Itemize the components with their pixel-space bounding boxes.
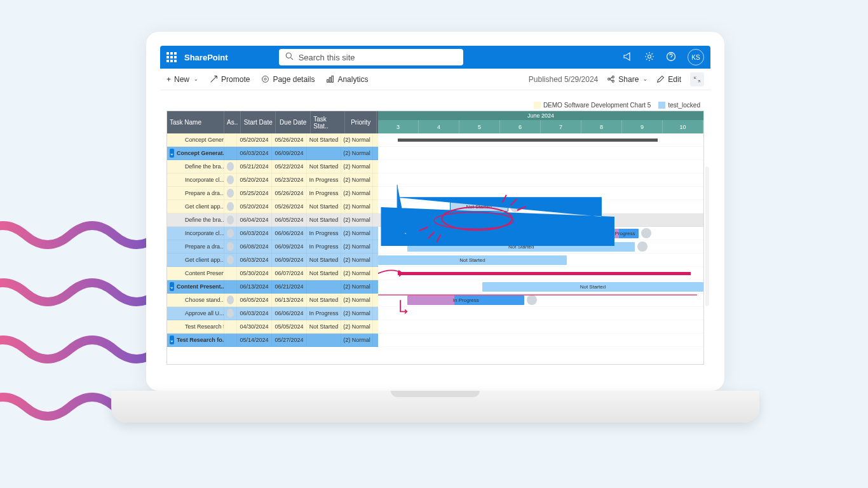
assignee-avatar — [227, 202, 234, 211]
cell-start: 06/05/2024 — [237, 294, 272, 306]
col-header-start[interactable]: Start Date — [241, 111, 276, 133]
timeline-row[interactable] — [378, 267, 703, 280]
table-row[interactable]: Test Research for...04/30/202405/05/2024… — [167, 320, 378, 334]
gantt-bar[interactable]: Not Started — [378, 255, 567, 265]
timeline-row[interactable] — [378, 334, 703, 347]
cell-start: 05/20/2024 — [237, 200, 272, 213]
timeline-row[interactable] — [378, 320, 703, 334]
edit-button[interactable]: Edit — [656, 75, 681, 84]
gantt-bar[interactable] — [407, 215, 524, 225]
col-header-due[interactable]: Due Date — [276, 111, 311, 133]
share-icon — [607, 75, 615, 83]
summary-bar[interactable] — [398, 139, 658, 142]
table-row[interactable]: Define the bra...06/04/202406/05/2024Not… — [167, 214, 378, 227]
collapse-button[interactable] — [690, 72, 704, 86]
expand-icon[interactable]: ⌄ — [170, 282, 174, 291]
help-icon[interactable] — [666, 51, 676, 64]
analytics-button[interactable]: Analytics — [326, 75, 368, 84]
cell-status: Not Started — [307, 214, 341, 226]
table-row[interactable]: Get client app...05/20/202405/26/2024Not… — [167, 200, 378, 214]
cell-start: 06/13/2024 — [237, 280, 272, 293]
svg-point-4 — [264, 78, 266, 80]
table-row[interactable]: ⌄Test Research fo...05/14/202405/27/2024… — [167, 334, 378, 347]
cell-start: 06/03/2024 — [237, 147, 272, 159]
app-launcher-icon[interactable] — [166, 52, 177, 62]
timeline-row[interactable]: Not Started — [378, 254, 703, 267]
svg-rect-8 — [332, 76, 333, 83]
timeline-row[interactable] — [378, 160, 703, 173]
timeline-row[interactable] — [378, 173, 703, 187]
cell-status: Not Started — [307, 294, 341, 306]
published-label: Published 5/29/2024 — [529, 75, 598, 84]
table-row[interactable]: Incorporate cl...05/20/202405/23/2024In … — [167, 173, 378, 187]
gantt-bar[interactable]: In Progress — [407, 295, 524, 305]
search-input[interactable]: Search this site — [279, 49, 463, 65]
table-row[interactable]: ⌄Concept Generat...06/03/202406/09/2024(… — [167, 147, 378, 160]
timeline-row[interactable]: In Progress — [378, 227, 703, 240]
gantt-timeline[interactable]: June 2024 345678910 — [378, 111, 703, 364]
expand-icon[interactable]: ⌄ — [170, 149, 174, 158]
timeline-row[interactable] — [378, 214, 703, 227]
gantt-bar[interactable]: In Progress — [606, 229, 638, 238]
scrollbar[interactable] — [705, 166, 709, 306]
timeline-row[interactable]: Not Started — [378, 240, 703, 254]
cell-priority: (2) Normal — [341, 254, 373, 266]
cell-name: Content Presenta... — [167, 267, 224, 280]
table-row[interactable]: Choose stand...06/05/202406/13/2024Not S… — [167, 294, 378, 307]
bar-label: Not Started — [580, 284, 606, 290]
table-row[interactable]: Concept Generati...05/20/202405/26/2024N… — [167, 133, 378, 147]
cell-name: ⌄Content Present... — [167, 280, 224, 293]
table-row[interactable]: Prepare a dra...06/08/202406/09/2024In P… — [167, 240, 378, 254]
gantt-bar[interactable]: Not Started — [450, 202, 508, 212]
table-row[interactable]: Incorporate cl...06/03/202406/06/2024In … — [167, 227, 378, 240]
cell-priority: (2) Normal — [341, 173, 373, 186]
promote-button[interactable]: Promote — [210, 75, 250, 84]
table-row[interactable]: Approve all U...06/03/202406/06/2024In P… — [167, 307, 378, 320]
new-button[interactable]: +New⌄ — [166, 75, 198, 84]
timeline-row[interactable]: In Progress — [378, 294, 703, 307]
col-header-priority[interactable]: Priority — [345, 111, 377, 133]
cell-assignee — [224, 267, 237, 280]
col-header-name[interactable]: Task Name — [167, 111, 224, 133]
cell-assignee — [224, 240, 237, 253]
col-header-assignee[interactable]: As.. — [224, 111, 241, 133]
timeline-row[interactable]: Not Started — [378, 200, 703, 214]
legend-swatch — [534, 102, 541, 109]
timeline-row[interactable]: Not Started — [378, 280, 703, 294]
table-row[interactable]: Define the bra...05/21/202405/22/2024Not… — [167, 160, 378, 173]
cell-name: Define the bra... — [167, 160, 224, 173]
cell-due: 06/05/2024 — [272, 214, 307, 226]
app-header: SharePoint Search this site KS — [160, 46, 710, 69]
megaphone-icon[interactable] — [623, 51, 633, 64]
timeline-row[interactable] — [378, 187, 703, 200]
page-details-button[interactable]: Page details — [261, 75, 315, 84]
timeline-row[interactable] — [378, 133, 703, 147]
share-button[interactable]: Share⌄ — [607, 75, 648, 84]
table-row[interactable]: Get client app...06/03/202406/09/2024Not… — [167, 254, 378, 267]
gantt-bar[interactable]: Not Started — [482, 282, 703, 292]
user-avatar[interactable]: KS — [688, 49, 704, 65]
table-row[interactable]: Prepare a dra...05/25/202405/26/2024In P… — [167, 187, 378, 200]
svg-point-5 — [262, 76, 269, 83]
table-row[interactable]: ⌄Content Present...06/13/202406/21/2024(… — [167, 280, 378, 294]
cell-status: In Progress — [307, 173, 341, 186]
cell-status: Not Started — [307, 133, 341, 146]
cell-status: Not Started — [307, 267, 341, 280]
cell-status — [307, 334, 341, 346]
expand-icon[interactable]: ⌄ — [170, 336, 174, 344]
timeline-row[interactable] — [378, 307, 703, 320]
table-row[interactable]: Content Presenta...05/30/202406/07/2024N… — [167, 267, 378, 280]
cell-status: In Progress — [307, 240, 341, 253]
cell-status: In Progress — [307, 227, 341, 240]
cell-status: Not Started — [307, 254, 341, 266]
gantt-chart: Task Name As.. Start Date Due Date Task … — [166, 111, 704, 365]
cell-name: Approve all U... — [167, 307, 224, 320]
summary-bar[interactable] — [398, 272, 691, 275]
cell-priority: (2) Normal — [341, 187, 373, 200]
gantt-bar[interactable]: Not Started — [407, 242, 635, 252]
settings-icon[interactable] — [644, 51, 654, 64]
assignee-avatar — [227, 189, 234, 198]
cell-start: 04/30/2024 — [237, 320, 272, 333]
timeline-row[interactable] — [378, 147, 703, 160]
col-header-status[interactable]: Task Stat.. — [311, 111, 345, 133]
